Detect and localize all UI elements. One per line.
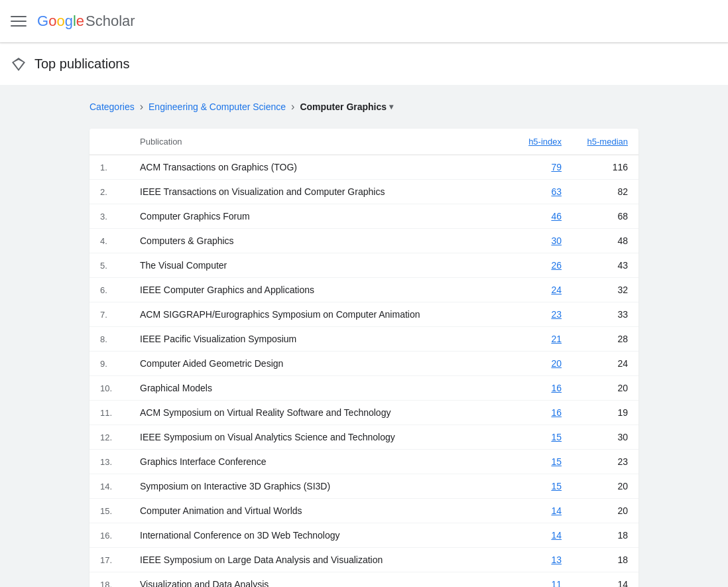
breadcrumb-current[interactable]: Computer Graphics ▾ xyxy=(300,101,393,112)
row-h5-index[interactable]: 30 xyxy=(495,235,562,246)
breadcrumb-eng-cs[interactable]: Engineering & Computer Science xyxy=(149,101,286,112)
row-h5-median: 33 xyxy=(562,309,628,320)
row-publication: IEEE Transactions on Visualization and C… xyxy=(140,186,495,197)
row-h5-index[interactable]: 79 xyxy=(495,162,562,172)
row-h5-index[interactable]: 14 xyxy=(495,505,562,516)
table-row: 12.IEEE Symposium on Visual Analytics Sc… xyxy=(90,425,638,450)
logo-letter-g1: G xyxy=(37,13,48,29)
logo-letter-e: e xyxy=(76,13,84,29)
row-h5-median: 43 xyxy=(562,260,628,271)
chevron-down-icon: ▾ xyxy=(389,102,393,111)
breadcrumb-separator-2: › xyxy=(291,101,294,113)
row-publication: ACM Symposium on Virtual Reality Softwar… xyxy=(140,407,495,418)
row-h5-index[interactable]: 63 xyxy=(495,186,562,197)
table-header: Publication h5-index h5-median xyxy=(90,129,638,155)
row-rank: 9. xyxy=(100,359,140,369)
top-publications-bar: Top publications xyxy=(0,42,728,85)
row-rank: 10. xyxy=(100,383,140,393)
row-h5-median: 20 xyxy=(562,481,628,491)
table-row: 7.ACM SIGGRAPH/Eurographics Symposium on… xyxy=(90,302,638,327)
row-rank: 17. xyxy=(100,555,140,565)
row-h5-index[interactable]: 16 xyxy=(495,407,562,418)
row-publication: Computer Graphics Forum xyxy=(140,211,495,222)
diamond-icon xyxy=(11,56,27,72)
row-h5-index[interactable]: 26 xyxy=(495,260,562,271)
row-h5-median: 14 xyxy=(562,579,628,587)
row-h5-index[interactable]: 21 xyxy=(495,334,562,344)
row-h5-median: 82 xyxy=(562,186,628,197)
row-publication: The Visual Computer xyxy=(140,260,495,271)
row-h5-median: 32 xyxy=(562,285,628,295)
row-publication: Symposium on Interactive 3D Graphics (SI… xyxy=(140,481,495,491)
row-h5-index[interactable]: 15 xyxy=(495,481,562,491)
logo-letter-g2: g xyxy=(65,13,73,29)
table-body: 1.ACM Transactions on Graphics (TOG)7911… xyxy=(90,155,638,587)
table-row: 11.ACM Symposium on Virtual Reality Soft… xyxy=(90,401,638,425)
breadcrumb-separator-1: › xyxy=(140,101,143,113)
row-publication: IEEE Symposium on Visual Analytics Scien… xyxy=(140,432,495,442)
row-publication: Visualization and Data Analysis xyxy=(140,579,495,587)
row-h5-median: 20 xyxy=(562,505,628,516)
table-row: 10.Graphical Models1620 xyxy=(90,376,638,401)
row-h5-index[interactable]: 14 xyxy=(495,530,562,541)
table-row: 2.IEEE Transactions on Visualization and… xyxy=(90,180,638,204)
row-rank: 11. xyxy=(100,408,140,418)
table-row: 9.Computer Aided Geometric Design2024 xyxy=(90,352,638,376)
row-rank: 7. xyxy=(100,310,140,320)
table-row: 17.IEEE Symposium on Large Data Analysis… xyxy=(90,548,638,572)
row-h5-index[interactable]: 15 xyxy=(495,432,562,442)
table-row: 6.IEEE Computer Graphics and Application… xyxy=(90,278,638,302)
table-header-h5-index[interactable]: h5-index xyxy=(495,137,562,147)
row-h5-median: 19 xyxy=(562,407,628,418)
publications-table: Publication h5-index h5-median 1.ACM Tra… xyxy=(90,129,638,587)
table-header-rank xyxy=(100,137,140,147)
main-content: Categories › Engineering & Computer Scie… xyxy=(79,85,649,587)
row-rank: 6. xyxy=(100,285,140,295)
table-row: 3.Computer Graphics Forum4668 xyxy=(90,204,638,229)
table-header-publication: Publication xyxy=(140,137,495,147)
row-h5-index[interactable]: 46 xyxy=(495,211,562,222)
row-rank: 8. xyxy=(100,334,140,344)
logo-letter-o2: o xyxy=(56,13,64,29)
row-h5-index[interactable]: 23 xyxy=(495,309,562,320)
row-h5-median: 20 xyxy=(562,383,628,393)
row-h5-index[interactable]: 15 xyxy=(495,456,562,467)
app-header: Google Scholar xyxy=(0,0,728,42)
breadcrumb-current-label: Computer Graphics xyxy=(300,101,387,112)
row-publication: ACM Transactions on Graphics (TOG) xyxy=(140,162,495,172)
table-row: 15.Computer Animation and Virtual Worlds… xyxy=(90,499,638,523)
row-rank: 2. xyxy=(100,187,140,197)
row-publication: Computer Animation and Virtual Worlds xyxy=(140,505,495,516)
row-h5-median: 18 xyxy=(562,554,628,565)
table-row: 18.Visualization and Data Analysis1114 xyxy=(90,572,638,587)
row-h5-median: 24 xyxy=(562,358,628,369)
row-h5-index[interactable]: 20 xyxy=(495,358,562,369)
table-row: 8.IEEE Pacific Visualization Symposium21… xyxy=(90,327,638,352)
row-h5-median: 48 xyxy=(562,235,628,246)
row-h5-median: 68 xyxy=(562,211,628,222)
row-h5-index[interactable]: 11 xyxy=(495,579,562,587)
table-header-h5-median[interactable]: h5-median xyxy=(562,137,628,147)
table-row: 4.Computers & Graphics3048 xyxy=(90,229,638,253)
hamburger-menu-button[interactable] xyxy=(11,13,27,29)
row-rank: 1. xyxy=(100,163,140,172)
row-h5-index[interactable]: 13 xyxy=(495,554,562,565)
row-h5-index[interactable]: 16 xyxy=(495,383,562,393)
row-publication: IEEE Computer Graphics and Applications xyxy=(140,285,495,295)
row-h5-median: 23 xyxy=(562,456,628,467)
row-publication: IEEE Symposium on Large Data Analysis an… xyxy=(140,554,495,565)
breadcrumb-categories[interactable]: Categories xyxy=(90,101,135,112)
table-row: 14.Symposium on Interactive 3D Graphics … xyxy=(90,474,638,499)
logo-letter-o1: o xyxy=(48,13,56,29)
row-rank: 14. xyxy=(100,482,140,491)
breadcrumb: Categories › Engineering & Computer Scie… xyxy=(90,101,638,113)
row-h5-median: 116 xyxy=(562,162,628,172)
row-h5-index[interactable]: 24 xyxy=(495,285,562,295)
logo-scholar-text: Scholar xyxy=(86,13,135,30)
table-row: 5.The Visual Computer2643 xyxy=(90,253,638,278)
row-publication: Computers & Graphics xyxy=(140,235,495,246)
row-rank: 16. xyxy=(100,531,140,541)
row-rank: 12. xyxy=(100,432,140,442)
row-publication: Graphical Models xyxy=(140,383,495,393)
google-scholar-logo: Google Scholar xyxy=(37,13,135,30)
